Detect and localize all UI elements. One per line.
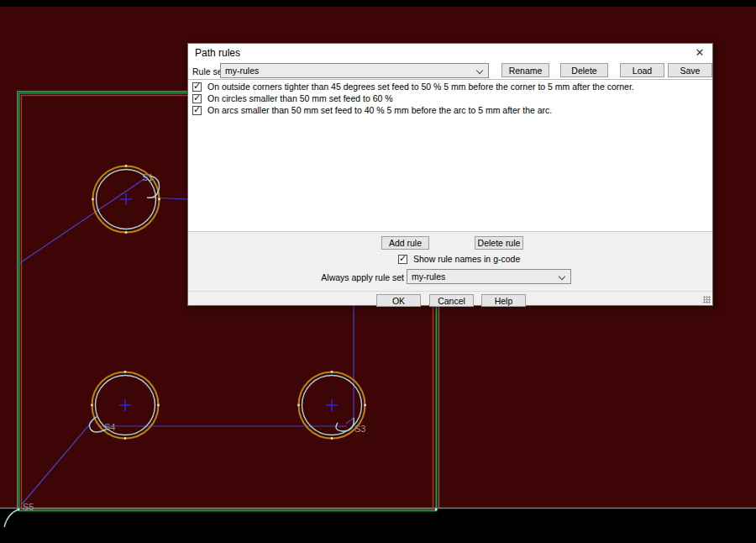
- rule-row-3[interactable]: ✓ On arcs smaller than 50 mm set feed to…: [188, 104, 712, 116]
- hole-s4: [90, 371, 160, 440]
- show-rule-names-checkbox[interactable]: ✓: [398, 255, 407, 264]
- move-line-s1-right: [149, 198, 187, 199]
- rule-checkbox-2[interactable]: ✓: [192, 94, 202, 103]
- path-rules-dialog: Path rules ✕ Rule set my-rules Rename De…: [187, 43, 713, 306]
- load-button[interactable]: Load: [620, 63, 664, 77]
- rule-text-1: On outside corners tighter than 45 degre…: [207, 82, 634, 92]
- cancel-button[interactable]: Cancel: [429, 294, 474, 307]
- chevron-down-icon: [559, 273, 565, 280]
- ok-button[interactable]: OK: [376, 294, 421, 307]
- ruleset-separator: [188, 79, 712, 80]
- help-button[interactable]: Help: [481, 294, 526, 307]
- always-apply-value: my-rules: [412, 272, 445, 282]
- show-rule-names-label: Show rule names in g-code: [413, 254, 520, 264]
- label-s3: S3: [354, 424, 365, 434]
- center-cross-s4: [119, 399, 131, 411]
- corner-dot-bottom-left: [18, 509, 20, 511]
- center-cross-s1: [120, 193, 132, 205]
- show-rule-names-row: ✓ Show rule names in g-code: [398, 254, 520, 264]
- check-icon: ✓: [193, 104, 201, 115]
- resize-grip[interactable]: [703, 296, 711, 303]
- check-icon: ✓: [193, 92, 201, 103]
- rule-set-dropdown[interactable]: my-rules: [220, 63, 489, 78]
- label-s5: S5: [23, 502, 34, 512]
- rule-row-1[interactable]: ✓ On outside corners tighter than 45 deg…: [188, 81, 712, 92]
- label-s4: S4: [104, 422, 115, 432]
- chevron-down-icon: [476, 67, 483, 74]
- leadin-arc-s5: [4, 509, 18, 527]
- move-line-s5-s4: [22, 416, 97, 504]
- rule-text-2: On circles smaller than 50 mm set feed t…: [207, 93, 393, 103]
- delete-button[interactable]: Delete: [560, 63, 608, 77]
- check-icon: ✓: [193, 81, 201, 92]
- always-apply-label: Always apply rule set: [255, 272, 404, 282]
- dialog-title: Path rules: [195, 47, 240, 59]
- footer-separator: [188, 291, 712, 292]
- close-icon[interactable]: ✕: [690, 45, 709, 61]
- dialog-titlebar: Path rules ✕: [188, 44, 712, 62]
- move-line-vertical-s3: [346, 306, 354, 424]
- rule-checkbox-1[interactable]: ✓: [192, 82, 202, 92]
- rule-row-2[interactable]: ✓ On circles smaller than 50 mm set feed…: [188, 92, 712, 104]
- dialog-bottom-panel: Add rule Delete rule ✓ Show rule names i…: [188, 231, 712, 305]
- rule-set-value: my-rules: [225, 66, 259, 76]
- rule-checkbox-3[interactable]: ✓: [192, 106, 202, 115]
- save-button[interactable]: Save: [668, 63, 712, 77]
- always-apply-dropdown[interactable]: my-rules: [407, 269, 571, 284]
- delete-rule-button[interactable]: Delete rule: [475, 236, 523, 250]
- corner-dot-bottom-right: [435, 509, 438, 511]
- center-cross-s3: [326, 399, 338, 411]
- rename-button[interactable]: Rename: [501, 63, 549, 77]
- rules-list: ✓ On outside corners tighter than 45 deg…: [188, 81, 712, 116]
- label-s1: S1: [142, 172, 153, 182]
- move-line-to-s1: [18, 177, 148, 264]
- check-icon: ✓: [399, 253, 407, 264]
- add-rule-button[interactable]: Add rule: [381, 236, 429, 250]
- rule-text-3: On arcs smaller than 50 mm set feed to 4…: [207, 105, 552, 115]
